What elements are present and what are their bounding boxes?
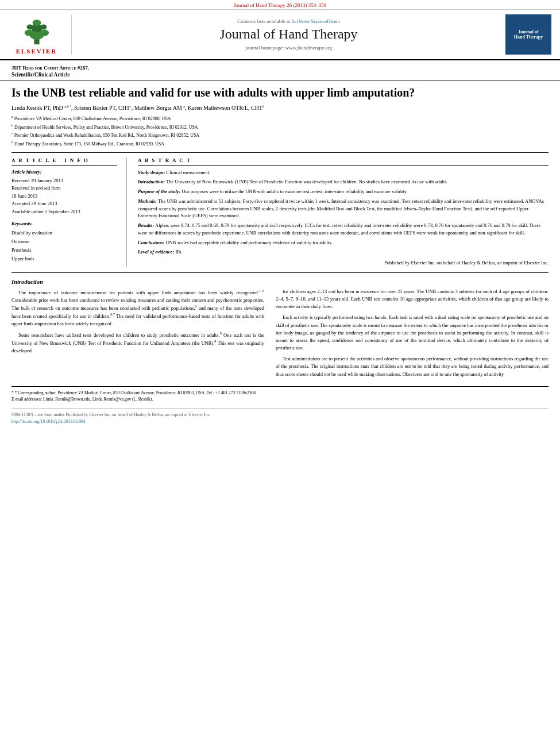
bottom-bar: 0894-1130/$ – see front matter Published… — [11, 408, 549, 425]
intro-section-title: Introduction — [11, 279, 264, 285]
received1: Received 19 January 2013 — [11, 177, 117, 185]
keywords-list: Disability evaluation Outcome Prosthesis… — [11, 229, 117, 264]
citation-text: Journal of Hand Therapy 26 (2013) 353–35… — [234, 2, 326, 8]
svg-point-3 — [32, 20, 41, 26]
right-para2: Each activity is typically performed usi… — [276, 314, 549, 352]
journal-header: ELSEVIER Contents lists available at Sci… — [0, 10, 560, 60]
journal-logo-box: Journal of Hand Therapy — [505, 14, 551, 55]
abstract-intro: Introduction: The University of New Brun… — [138, 178, 549, 186]
intro-label: Introduction: — [138, 179, 165, 184]
sciverse-text: Contents lists available at SciVerse Sci… — [237, 18, 340, 24]
keyword-4: Upper limb — [11, 255, 117, 263]
abstract-purpose: Purpose of the study: Our purposes were … — [138, 188, 549, 195]
logo-line1: Journal of — [518, 29, 538, 34]
article-history: Received 19 January 2013 Received in rev… — [11, 177, 117, 216]
abstract-conclusions: Conclusions: UNB scales had acceptable r… — [138, 239, 549, 247]
right-para3: Test administrators are to present the a… — [276, 355, 549, 378]
abstract-study-design: Study design: Clinical measurement. — [138, 169, 549, 176]
citation-bar: Journal of Hand Therapy 26 (2013) 353–35… — [0, 0, 560, 10]
study-design-value: Clinical measurement. — [167, 170, 210, 175]
author-names: Linda Resnik PT, PhD a,b,*, Kristen Baxt… — [11, 105, 264, 111]
conclusions-label: Conclusions: — [138, 240, 164, 245]
article-info-header: A R T I C L E I N F O — [11, 157, 117, 166]
abstract-evidence: Level of evidence: IIb. — [138, 248, 549, 256]
methods-value: The UNB was administered to 51 subjects.… — [138, 198, 544, 219]
intro-right-text: for children ages 2–13 and has been in e… — [276, 288, 549, 378]
received2: Received in revised form — [11, 184, 117, 193]
purpose-label: Purpose of the study: — [138, 189, 180, 194]
doi-link[interactable]: http://dx.doi.org/10.1016/j.jht.2013.06.… — [11, 419, 85, 424]
body-right-col: for children ages 2–13 and has been in e… — [276, 279, 549, 382]
abstract-results: Results: Alphas were 0.74–0.75 and 0.69–… — [138, 222, 549, 237]
article-top-info: JHT Read for Credit Article #287. Scient… — [0, 60, 560, 80]
info-abstract-section: A R T I C L E I N F O Article history: R… — [11, 152, 549, 267]
authors-line: Linda Resnik PT, PhD a,b,*, Kristen Baxt… — [11, 103, 549, 112]
results-value: Alphas were 0.74–0.75 and 0.69–9.79 for … — [138, 222, 540, 236]
star-symbol: * — [11, 390, 14, 395]
elsevier-tree-icon — [17, 14, 57, 46]
doi-text: http://dx.doi.org/10.1016/j.jht.2013.06.… — [11, 418, 549, 425]
footnote-area: * * Corresponding author. Providence VA … — [11, 386, 549, 403]
affiliation-d: d Hand Therapy Associates, Suite 173, 15… — [11, 140, 549, 148]
journal-main-title: Journal of Hand Therapy — [219, 26, 357, 42]
body-left-col: Introduction The importance of outcome m… — [11, 279, 264, 382]
keyword-1: Disability evaluation — [11, 229, 117, 237]
svg-point-5 — [40, 30, 49, 36]
history-label: Article history: — [11, 169, 117, 175]
keyword-3: Prosthesis — [11, 246, 117, 255]
svg-point-4 — [24, 30, 33, 36]
keyword-2: Outcome — [11, 237, 117, 246]
conclusions-value: UNB scales had acceptable reliability an… — [165, 240, 332, 245]
evidence-value: IIb. — [175, 249, 182, 255]
section-divider — [11, 272, 549, 273]
logo-line2: Hand Therapy — [514, 34, 543, 40]
svg-point-6 — [26, 24, 33, 29]
methods-label: Methods: — [138, 198, 157, 204]
right-para1: for children ages 2–13 and has been in e… — [276, 288, 549, 311]
affiliation-a: a Providence VA Medical Center, 830 Chal… — [11, 114, 549, 122]
intro-para1: The importance of outcome measurement fo… — [11, 289, 264, 328]
elsevier-wordmark: ELSEVIER — [16, 48, 57, 55]
article-type: Scientific/Clinical Article — [11, 72, 549, 78]
abstract-methods: Methods: The UNB was administered to 51 … — [138, 198, 549, 220]
body-section: Introduction The importance of outcome m… — [11, 279, 549, 382]
abstract-col: A B S T R A C T Study design: Clinical m… — [138, 157, 549, 267]
available: Available online 5 September 2013 — [11, 208, 117, 216]
study-design-label: Study design: — [138, 170, 165, 175]
intro-body-text: The importance of outcome measurement fo… — [11, 289, 264, 355]
affiliation-c: c Premier Orthopaedics and Work Rehabili… — [11, 131, 549, 139]
footnote-star: * * Corresponding author. Providence VA … — [11, 390, 549, 396]
article-main-title: Is the UNB test reliable and valid for u… — [11, 85, 549, 100]
affiliation-b: b Department of Health Services, Policy … — [11, 123, 549, 131]
accepted: Accepted 29 June 2013 — [11, 200, 117, 208]
intro-para2: Some researchers have utilized tests dev… — [11, 331, 264, 355]
footnote-email: E-mail addresses: Linda_Resnik@Brown.edu… — [11, 396, 549, 402]
evidence-label: Level of evidence: — [138, 249, 174, 255]
article-info-col: A R T I C L E I N F O Article history: R… — [11, 157, 126, 267]
received2-date: 18 June 2013 — [11, 193, 117, 201]
affiliations-block: a Providence VA Medical Center, 830 Chal… — [11, 114, 549, 148]
abstract-text: Study design: Clinical measurement. Intr… — [138, 169, 549, 267]
journal-title-block: Contents lists available at SciVerse Sci… — [79, 14, 499, 55]
svg-point-7 — [40, 24, 47, 29]
keywords-label: Keywords: — [11, 221, 117, 226]
jht-credit-line: JHT Read for Credit Article #287. — [11, 65, 549, 71]
elsevier-logo-block: ELSEVIER — [9, 14, 72, 55]
abstract-header: A B S T R A C T — [138, 157, 549, 166]
journal-homepage: journal homepage: www.jhandtherapy.org — [245, 45, 332, 51]
published-by: Published by Elsevier Inc. on behalf of … — [138, 259, 549, 267]
results-label: Results: — [138, 222, 154, 228]
tested-word: tested — [471, 363, 482, 369]
issn-text: 0894-1130/$ – see front matter Published… — [11, 411, 549, 418]
intro-value: The University of New Brunswick (UNB) Te… — [166, 179, 448, 184]
purpose-value: Our purposes were to utilize the UNB wit… — [182, 189, 408, 194]
